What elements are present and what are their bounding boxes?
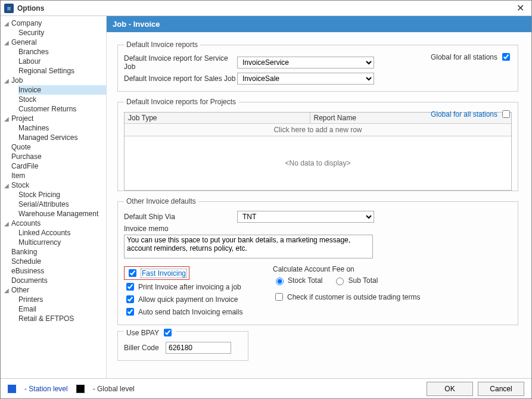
window-title: Options <box>17 4 44 13</box>
tree-item-retail-eftpos[interactable]: Retail & EFTPOS <box>18 314 106 323</box>
global-level-swatch <box>76 385 85 393</box>
tree-group-label: Quote <box>11 143 31 151</box>
fast-invoicing-highlight: Fast Invoicing <box>124 266 189 280</box>
tree-group-job[interactable]: ◢Job <box>1 76 106 85</box>
calc-fee-label: Calculate Account Fee on <box>273 265 512 273</box>
tree-item-machines[interactable]: Machines <box>18 123 106 133</box>
tree-group-label: Accounts <box>11 219 41 227</box>
tree-item-linked-accounts[interactable]: Linked Accounts <box>18 228 106 238</box>
use-bpay-checkbox[interactable] <box>164 329 172 336</box>
close-icon[interactable]: ✕ <box>513 2 528 14</box>
global-projects-checkbox[interactable] <box>502 110 510 118</box>
service-report-select[interactable]: InvoiceService <box>237 57 374 68</box>
tree-item-stock-pricing[interactable]: Stock Pricing <box>18 190 106 200</box>
chevron-down-icon: ◢ <box>4 39 10 46</box>
invoice-memo-textarea[interactable]: You can use this space to put your bank … <box>124 235 373 258</box>
global-all-stations-checkbox[interactable] <box>502 53 510 61</box>
station-level-swatch <box>8 385 16 393</box>
grid-col-jobtype[interactable]: Job Type <box>125 113 310 123</box>
fast-invoicing-label: Fast Invoicing <box>141 269 187 278</box>
tree-group-label: General <box>11 38 37 46</box>
chevron-down-icon: ◢ <box>4 20 10 27</box>
group-legend: Default Invoice reports <box>124 40 200 49</box>
app-icon: ≡ <box>4 4 14 13</box>
project-reports-grid[interactable]: Job Type Report Name Click here to add a… <box>124 112 512 191</box>
footer: - Station level - Global level OK Cancel <box>1 378 531 398</box>
tree-group-label: Item <box>11 172 25 180</box>
batch-email-label: Auto send batch Invoicing emails <box>138 308 242 316</box>
group-legend: Other Invoice defaults <box>124 197 198 205</box>
tree-group-schedule[interactable]: Schedule <box>1 257 106 266</box>
sales-report-label: Default Invoice report for Sales Job <box>124 74 237 83</box>
tree-group-label: Documents <box>11 276 48 285</box>
chevron-down-icon: ◢ <box>4 287 10 294</box>
quick-payment-checkbox[interactable] <box>126 295 134 303</box>
default-project-reports-group: Default Invoice reports for Projects Glo… <box>117 98 518 191</box>
bpay-group: Use BPAY Biller Code <box>117 331 248 361</box>
tree-group-purchase[interactable]: Purchase <box>1 152 106 161</box>
tree-group-project[interactable]: ◢Project <box>1 114 106 123</box>
grid-new-row[interactable]: Click here to add a new row <box>125 124 511 136</box>
tree-item-warehouse-management[interactable]: Warehouse Management <box>18 209 106 219</box>
tree-group-company[interactable]: ◢Company <box>1 18 106 28</box>
global-label-link[interactable]: Global for all stations <box>431 110 497 119</box>
tree-group-quote[interactable]: Quote <box>1 142 106 152</box>
tree-item-regional-settings[interactable]: Regional Settings <box>18 66 106 76</box>
tree-item-branches[interactable]: Branches <box>18 47 106 57</box>
tree-group-label: Schedule <box>11 257 41 266</box>
print-after-invoice-checkbox[interactable] <box>126 283 134 291</box>
use-bpay-label: Use BPAY <box>126 329 159 337</box>
radio-sub-total[interactable]: Sub Total <box>333 276 378 285</box>
tree-group-label: Stock <box>11 181 29 189</box>
tree-group-label: CardFile <box>11 162 38 170</box>
content-header: Job - Invoice <box>107 16 531 32</box>
radio-sub-total-input[interactable] <box>336 278 344 285</box>
global-label: Global for all stations <box>431 53 497 61</box>
grid-empty-placeholder: <No data to display> <box>125 136 511 190</box>
cancel-button[interactable]: Cancel <box>478 382 524 396</box>
tree-item-printers[interactable]: Printers <box>18 295 106 304</box>
tree-item-labour[interactable]: Labour <box>18 57 106 66</box>
tree-item-stock[interactable]: Stock <box>18 95 106 104</box>
tree-group-accounts[interactable]: ◢Accounts <box>1 219 106 228</box>
chevron-down-icon: ◢ <box>4 77 10 84</box>
trading-terms-label: Check if customer is outside trading ter… <box>287 293 420 301</box>
fast-invoicing-checkbox[interactable] <box>129 269 136 277</box>
sidebar-tree: ◢CompanySecurity◢GeneralBranchesLabourRe… <box>1 16 107 378</box>
tree-group-item[interactable]: Item <box>1 171 106 180</box>
service-report-label: Default Invoice report for Service Job <box>124 54 237 71</box>
tree-item-invoice[interactable]: Invoice <box>18 85 106 95</box>
ok-button[interactable]: OK <box>427 382 473 396</box>
biller-code-label: Biller Code <box>124 344 166 352</box>
tree-group-other[interactable]: ◢Other <box>1 285 106 295</box>
tree-group-label: Purchase <box>11 152 42 161</box>
tree-group-ebusiness[interactable]: eBusiness <box>1 266 106 276</box>
sales-report-select[interactable]: InvoiceSale <box>237 73 374 85</box>
tree-item-multicurrency[interactable]: Multicurrency <box>18 238 106 247</box>
tree-group-cardfile[interactable]: CardFile <box>1 161 106 171</box>
tree-group-stock[interactable]: ◢Stock <box>1 180 106 190</box>
chevron-down-icon: ◢ <box>4 116 10 122</box>
other-invoice-defaults-group: Other Invoice defaults Default Ship Via … <box>117 197 518 325</box>
content-pane: Job - Invoice Default Invoice reports Gl… <box>107 16 531 378</box>
default-invoice-reports-group: Default Invoice reports Global for all s… <box>117 40 518 92</box>
tree-group-label: Banking <box>11 248 37 256</box>
tree-item-managed-services[interactable]: Managed Services <box>18 133 106 142</box>
chevron-down-icon: ◢ <box>4 220 10 227</box>
tree-item-email[interactable]: Email <box>18 304 106 314</box>
batch-email-checkbox[interactable] <box>126 308 134 316</box>
tree-group-banking[interactable]: Banking <box>1 247 106 257</box>
shipvia-select[interactable]: TNT <box>237 211 374 223</box>
trading-terms-checkbox[interactable] <box>275 293 283 301</box>
radio-stock-total-input[interactable] <box>276 278 284 285</box>
tree-item-customer-returns[interactable]: Customer Returns <box>18 104 106 114</box>
print-after-invoice-label: Print Invoice after invoicing a job <box>138 283 241 291</box>
tree-group-documents[interactable]: Documents <box>1 276 106 285</box>
tree-group-general[interactable]: ◢General <box>1 38 106 47</box>
biller-code-input[interactable] <box>166 342 231 354</box>
radio-stock-total[interactable]: Stock Total <box>273 276 322 285</box>
tree-group-label: eBusiness <box>11 267 44 275</box>
tree-item-security[interactable]: Security <box>18 28 106 38</box>
station-level-label: - Station level <box>24 385 68 393</box>
tree-item-serial-attributes[interactable]: Serial/Attributes <box>18 200 106 209</box>
